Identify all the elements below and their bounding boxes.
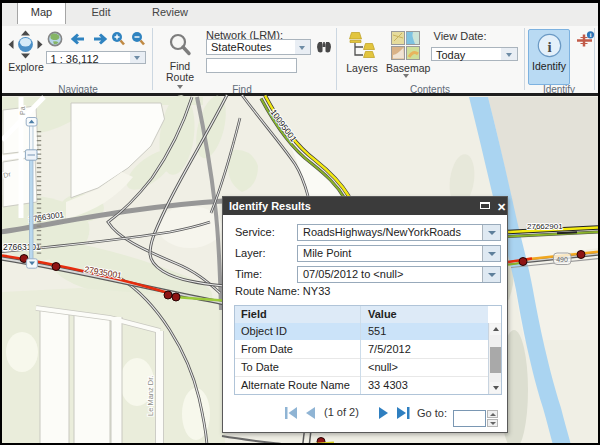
svg-text:27662901: 27662901 xyxy=(527,222,563,231)
svg-text:490: 490 xyxy=(556,256,568,263)
svg-text:27663101: 27663101 xyxy=(3,242,41,252)
svg-text:Pa: Pa xyxy=(19,106,26,115)
svg-text:Le Manz Dr.: Le Manz Dr. xyxy=(146,376,155,416)
svg-text:i: i xyxy=(547,39,551,55)
